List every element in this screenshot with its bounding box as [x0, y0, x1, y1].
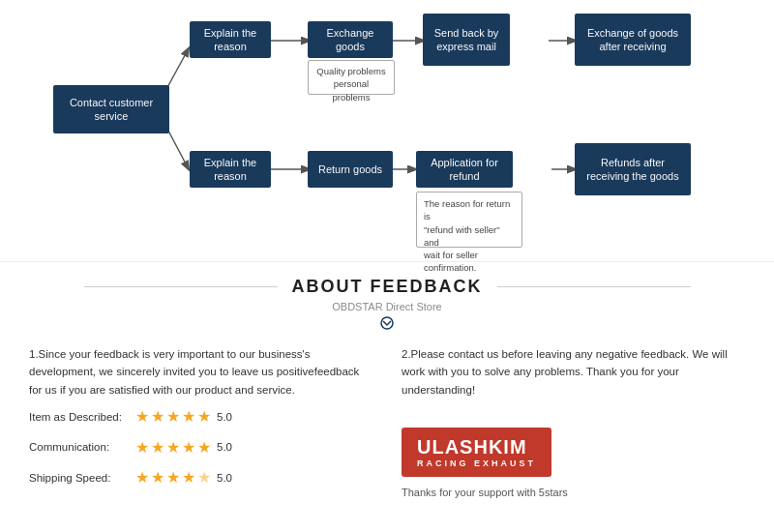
- star-4: ★: [182, 465, 195, 490]
- feedback-left-col: 1.Since your feedback is very important …: [29, 345, 372, 502]
- stars-described: ★ ★ ★ ★ ★: [135, 404, 211, 429]
- feedback-columns: 1.Since your feedback is very important …: [29, 345, 745, 502]
- stars-shipping: ★ ★ ★ ★ ★: [135, 465, 211, 490]
- bottom-note-box: The reason for return is"refund with sel…: [416, 192, 522, 248]
- feedback-line-left: [84, 286, 278, 287]
- star-5-half: ★: [197, 465, 211, 490]
- stars-communication: ★ ★ ★ ★ ★: [135, 435, 211, 460]
- feedback-chevron-icon: [29, 316, 745, 334]
- rating-row-shipping: Shipping Speed: ★ ★ ★ ★ ★ 5.0: [29, 465, 372, 490]
- star-5: ★: [197, 435, 211, 460]
- bottom-explain-box: Explain the reason: [190, 151, 271, 188]
- star-2: ★: [151, 435, 164, 460]
- brand-name: ULASHKIM: [417, 436, 527, 458]
- feedback-title: ABOUT FEEDBACK: [292, 277, 483, 297]
- star-3: ★: [166, 404, 180, 429]
- star-2: ★: [151, 465, 164, 490]
- star-3: ★: [166, 465, 180, 490]
- star-1: ★: [135, 465, 149, 490]
- top-exchange-box: Exchange goods: [308, 21, 393, 58]
- bottom-refunds-box: Refunds after receiving the goods: [575, 143, 691, 195]
- feedback-right-text: 2.Please contact us before leaving any n…: [402, 345, 745, 399]
- bottom-return-box: Return goods: [308, 151, 393, 188]
- rating-row-described: Item as Described: ★ ★ ★ ★ ★ 5.0: [29, 404, 372, 429]
- svg-point-8: [381, 317, 393, 329]
- rating-score-described: 5.0: [217, 408, 232, 426]
- star-4: ★: [182, 404, 195, 429]
- feedback-line-right: [497, 286, 691, 287]
- brand-sub: RACING EXHAUST: [417, 458, 536, 469]
- brand-box: ULASHKIM RACING EXHAUST: [402, 428, 551, 477]
- rating-score-shipping: 5.0: [217, 469, 232, 487]
- star-5: ★: [197, 404, 211, 429]
- star-1: ★: [135, 435, 149, 460]
- bottom-refund-app-box: Application for refund: [416, 151, 513, 188]
- rating-score-communication: 5.0: [217, 438, 232, 456]
- feedback-section: ABOUT FEEDBACK OBDSTAR Direct Store 1.Si…: [0, 261, 774, 521]
- feedback-right-col: 2.Please contact us before leaving any n…: [402, 345, 745, 502]
- feedback-left-text: 1.Since your feedback is very important …: [29, 345, 372, 399]
- top-sendback-box: Send back by express mail: [423, 14, 510, 66]
- rating-label-shipping: Shipping Speed:: [29, 469, 135, 487]
- feedback-subtitle: OBDSTAR Direct Store: [29, 301, 745, 312]
- rating-label-communication: Communication:: [29, 438, 135, 456]
- flowchart-section: Contact customer service Explain the rea…: [0, 0, 774, 261]
- top-explain-box: Explain the reason: [190, 21, 271, 58]
- feedback-title-row: ABOUT FEEDBACK: [29, 277, 745, 297]
- star-3: ★: [166, 435, 180, 460]
- top-note-box: Quality problemspersonal problems: [308, 60, 395, 95]
- star-4: ★: [182, 435, 195, 460]
- start-box: Contact customer service: [53, 85, 169, 133]
- rating-row-communication: Communication: ★ ★ ★ ★ ★ 5.0: [29, 435, 372, 460]
- star-1: ★: [135, 404, 149, 429]
- top-exchange-after-box: Exchange of goods after receiving: [575, 14, 691, 66]
- rating-label-described: Item as Described:: [29, 408, 135, 426]
- star-2: ★: [151, 404, 164, 429]
- thanks-text: Thanks for your support with 5stars: [402, 485, 745, 502]
